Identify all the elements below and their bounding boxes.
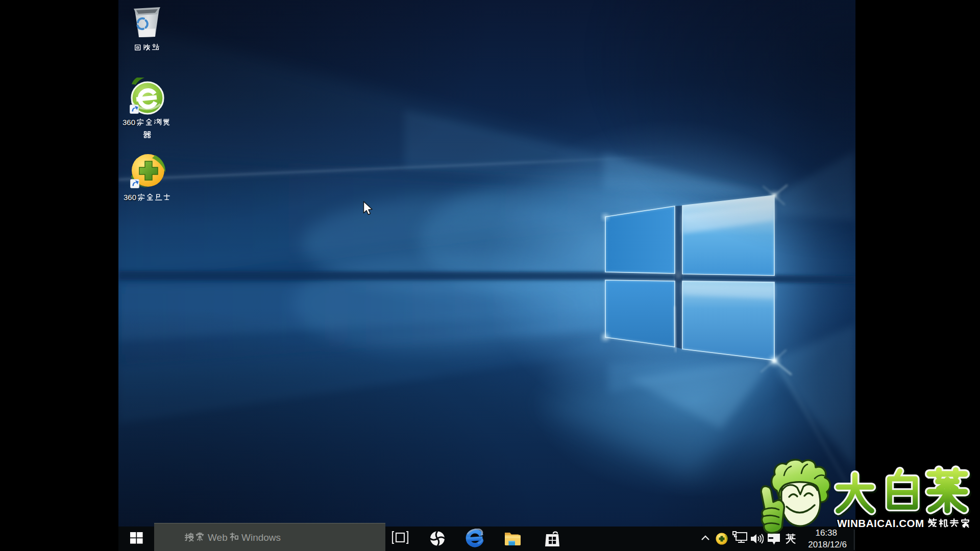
svg-text:360: 360 bbox=[122, 118, 135, 127]
svg-text:Web: Web bbox=[208, 532, 228, 543]
svg-text:Windows: Windows bbox=[241, 532, 281, 543]
svg-text:360: 360 bbox=[124, 193, 136, 202]
